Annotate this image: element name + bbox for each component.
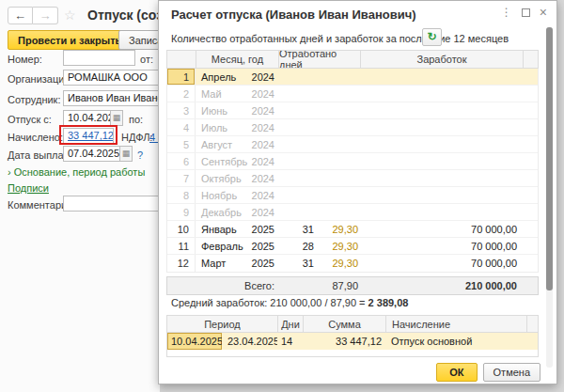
cell-earnings [360, 153, 523, 169]
cell-year: 2024 [250, 187, 278, 203]
accrual-table: Период Дни Сумма Начисление 10.04.2025 2… [166, 315, 539, 357]
col-amount: Сумма [303, 316, 385, 332]
row-number: 11 [167, 238, 196, 254]
cell-date-to: 23.04.2025 [222, 333, 277, 350]
table-row[interactable]: 10.04.2025 23.04.2025 14 33 447,12 Отпус… [167, 333, 538, 350]
cell-amount: 33 447,12 [303, 333, 385, 350]
vacation-from-input[interactable]: 10.04.2025 [63, 110, 111, 126]
cell-accrual: Отпуск основной [385, 333, 526, 350]
scrollbar-track[interactable] [546, 27, 553, 368]
row-number: 10 [167, 221, 196, 237]
ok-button[interactable]: ОК [436, 363, 477, 382]
cell-days [278, 102, 325, 118]
table-row[interactable]: 10 Январь 2025 31 29,30 70 000,00 [167, 221, 538, 238]
cell-coef: 29,30 [325, 255, 360, 272]
cell-days: 31 [278, 255, 325, 272]
cell-year: 2024 [250, 136, 278, 152]
cell-days [278, 187, 325, 203]
post-and-close-button[interactable]: Провести и закрыть [8, 30, 132, 50]
calendar-icon[interactable]: ▦ [111, 110, 123, 126]
cell-year: 2024 [250, 153, 278, 169]
table-row[interactable]: 6 Сентябрь 2024 [167, 153, 538, 170]
help-question-icon[interactable]: ? [137, 149, 143, 161]
save-button[interactable]: Записать [118, 30, 160, 50]
cell-days: 28 [278, 238, 325, 254]
cell-coef [325, 69, 360, 85]
organization-input[interactable]: РОМАШКА ООО [63, 70, 159, 86]
number-input[interactable] [63, 50, 135, 66]
table-row[interactable]: 8 Ноябрь 2024 [167, 187, 538, 204]
cell-days [278, 69, 325, 85]
cell-days: 31 [278, 221, 325, 237]
cell-year: 2025 [250, 221, 278, 237]
cell-earnings: 70 000,00 [360, 221, 523, 237]
cell-earnings: 70 000,00 [360, 255, 523, 272]
row-number: 5 [167, 136, 196, 152]
more-menu-icon[interactable]: ⋮ [501, 6, 512, 19]
cell-days [278, 153, 325, 169]
row-number: 9 [167, 204, 196, 220]
row-number: 7 [167, 170, 196, 186]
refresh-button[interactable]: ↻ [422, 28, 442, 46]
earnings-table-header: Месяц, год Отработано дней Заработок [166, 50, 539, 69]
employee-input[interactable]: Иванов Иван Иванович [63, 90, 159, 106]
col-days-worked: Отработано дней [278, 51, 360, 68]
cell-year: 2024 [250, 102, 278, 118]
vacation-form-window: ← → ☆ Отпуск (создание Провести и закрыт… [0, 0, 160, 392]
row-number: 4 [167, 119, 196, 135]
table-row[interactable]: 1 Апрель 2024 [167, 69, 538, 86]
table-row[interactable]: 3 Июнь 2024 [167, 102, 538, 119]
cell-earnings [360, 69, 523, 85]
calendar-icon[interactable]: ▦ [120, 146, 133, 162]
col-rownum [167, 51, 196, 68]
forward-arrow-icon[interactable]: → [33, 7, 58, 24]
cell-earnings [360, 86, 523, 102]
page-title: Отпуск (создание [87, 8, 160, 23]
cell-days [278, 86, 325, 102]
ndfl-label: НДФЛ: [121, 132, 152, 143]
cell-earnings [360, 170, 523, 186]
table-row[interactable]: 5 Август 2024 [167, 136, 538, 153]
table-row[interactable]: 2 Май 2024 [167, 86, 538, 102]
dialog-title: Расчет отпуска (Иванов Иван Иванович) [171, 8, 416, 22]
back-arrow-icon[interactable]: ← [8, 7, 33, 24]
cell-year: 2024 [250, 69, 278, 85]
comment-input[interactable] [63, 196, 159, 212]
dialog-subtitle: Количество отработанных дней и заработок… [171, 33, 509, 44]
cell-days: 14 [277, 333, 303, 350]
cell-coef [325, 86, 360, 102]
vacation-to-label: по: [129, 114, 143, 125]
signatures-link[interactable]: Подписи [8, 182, 49, 194]
cell-month: Январь [196, 221, 250, 237]
cell-year: 2024 [250, 170, 278, 186]
cancel-button[interactable]: Отмена [483, 363, 540, 382]
date-from-label: от: [140, 54, 153, 65]
row-number: 3 [167, 102, 196, 118]
scrollbar-thumb[interactable] [546, 27, 553, 290]
favorite-star-icon[interactable]: ☆ [64, 8, 76, 23]
number-label: Номер: [8, 54, 42, 65]
accrued-field[interactable]: 33 447,12 [63, 128, 114, 144]
cell-year: 2024 [250, 119, 278, 135]
cell-coef [325, 204, 360, 220]
cell-date-from: 10.04.2025 [167, 333, 222, 350]
table-row[interactable]: 11 Февраль 2025 28 29,30 70 000,00 [167, 238, 538, 255]
earnings-table-body: 1 Апрель 2024 2 Май 2024 3 Июнь 2024 [166, 69, 539, 273]
cell-month: Июнь [196, 102, 250, 118]
employee-label: Сотрудник: [8, 94, 61, 105]
table-row[interactable]: 12 Март 2025 31 29,30 70 000,00 [167, 255, 538, 272]
row-number: 12 [167, 255, 196, 272]
cell-month: Апрель [196, 69, 250, 85]
maximize-icon[interactable] [522, 8, 530, 17]
cell-coef [325, 170, 360, 186]
col-days: Дни [277, 316, 303, 332]
close-icon[interactable]: × [540, 6, 547, 19]
accrued-amount-link[interactable]: 33 447,12 [68, 130, 114, 141]
table-row[interactable]: 4 Июль 2024 [167, 119, 538, 136]
cell-year: 2025 [250, 255, 278, 272]
table-row[interactable]: 7 Октябрь 2024 [167, 170, 538, 187]
payment-date-input[interactable]: 07.04.2025 [63, 146, 120, 162]
table-row[interactable]: 9 Декабрь 2024 [167, 204, 538, 221]
basis-period-expander[interactable]: › Основание, период работы [8, 166, 145, 178]
total-coef: 87,90 [325, 277, 360, 294]
